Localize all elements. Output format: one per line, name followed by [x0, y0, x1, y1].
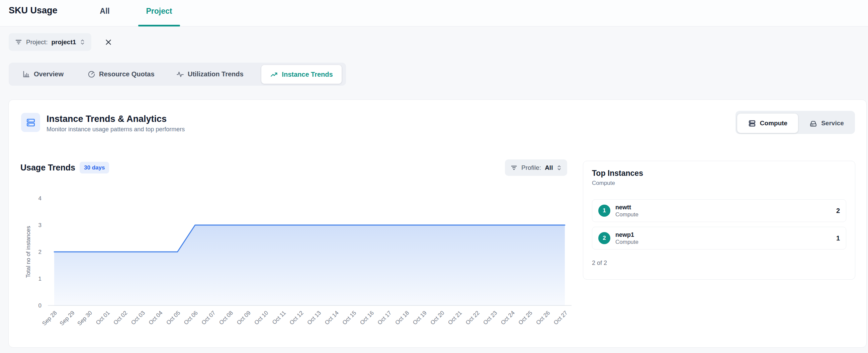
trending-up-icon — [270, 70, 278, 79]
server-stack-icon — [748, 119, 756, 127]
page-title: SKU Usage — [9, 5, 58, 16]
svg-text:Oct 04: Oct 04 — [148, 310, 164, 326]
tab-all[interactable]: All — [90, 7, 119, 16]
chevron-updown-icon — [556, 165, 562, 171]
instance-type: Compute — [615, 238, 639, 245]
rank-badge: 2 — [598, 232, 610, 244]
svg-text:1: 1 — [38, 276, 41, 282]
svg-text:Oct 25: Oct 25 — [517, 310, 534, 326]
toggle-compute-button[interactable]: Compute — [737, 114, 798, 133]
tab-overview-label: Overview — [34, 70, 64, 78]
tab-instance-trends-label: Instance Trends — [282, 71, 333, 78]
profile-filter-select[interactable]: Profile: All — [505, 159, 567, 176]
svg-text:Oct 19: Oct 19 — [411, 310, 428, 326]
toggle-compute-label: Compute — [760, 120, 787, 127]
usage-trends-title: Usage Trends — [21, 163, 75, 173]
tab-overview[interactable]: Overview — [22, 63, 64, 86]
svg-text:Oct 09: Oct 09 — [236, 310, 252, 326]
usage-trends-chart: 01234Total no of instancesSep 28Sep 29Se… — [20, 193, 576, 336]
svg-text:Total no of instances: Total no of instances — [25, 226, 31, 278]
filter-icon — [15, 38, 23, 46]
tab-utilization-trends[interactable]: Utilization Trends — [176, 63, 244, 86]
bar-chart-icon — [22, 70, 30, 78]
tab-instance-trends[interactable]: Instance Trends — [261, 65, 342, 84]
instance-type: Compute — [615, 211, 639, 218]
top-instances-subtitle: Compute — [592, 180, 846, 186]
hard-drive-icon — [809, 119, 817, 127]
tab-resource-quotas-label: Resource Quotas — [99, 70, 155, 78]
pagination-status: 2 of 2 — [592, 260, 846, 267]
card-subtitle: Monitor instance usage patterns and top … — [46, 126, 185, 133]
toggle-service-label: Service — [821, 120, 844, 127]
close-icon — [104, 38, 113, 46]
chevron-updown-icon — [80, 38, 85, 46]
project-filter-select[interactable]: Project: project1 — [9, 33, 91, 51]
toggle-service-button[interactable]: Service — [800, 114, 853, 133]
svg-text:Oct 20: Oct 20 — [429, 310, 446, 326]
svg-text:3: 3 — [38, 222, 41, 228]
instance-name: newp1 — [615, 231, 639, 238]
svg-text:Oct 06: Oct 06 — [183, 310, 199, 326]
profile-filter-value: All — [545, 164, 553, 172]
period-badge: 30 days — [80, 162, 109, 174]
rank-badge: 1 — [598, 205, 610, 217]
svg-text:Oct 21: Oct 21 — [447, 310, 463, 326]
svg-text:Oct 05: Oct 05 — [165, 310, 181, 326]
instance-count: 2 — [836, 207, 840, 215]
top-bar — [0, 0, 868, 26]
instance-row: 2 newp1 Compute 1 — [592, 227, 846, 249]
svg-text:Sep 28: Sep 28 — [41, 310, 58, 327]
server-icon — [21, 113, 40, 132]
svg-text:Sep 29: Sep 29 — [59, 310, 76, 327]
project-filter-label: Project: — [26, 38, 48, 46]
svg-text:Oct 11: Oct 11 — [271, 310, 287, 326]
svg-text:Oct 27: Oct 27 — [553, 310, 569, 326]
svg-text:Oct 22: Oct 22 — [464, 310, 481, 326]
svg-text:Oct 03: Oct 03 — [130, 310, 146, 326]
svg-text:Oct 24: Oct 24 — [500, 310, 516, 326]
svg-text:2: 2 — [38, 249, 41, 255]
gauge-icon — [87, 70, 96, 78]
svg-text:4: 4 — [38, 195, 41, 202]
tab-resource-quotas[interactable]: Resource Quotas — [87, 63, 155, 86]
tab-project-underline — [138, 25, 180, 26]
svg-text:Sep 30: Sep 30 — [76, 310, 94, 327]
svg-text:Oct 13: Oct 13 — [306, 310, 322, 326]
profile-filter-label: Profile: — [521, 164, 541, 172]
svg-text:Oct 02: Oct 02 — [112, 310, 128, 326]
svg-text:Oct 23: Oct 23 — [482, 310, 498, 326]
project-filter-value: project1 — [51, 38, 76, 46]
svg-text:Oct 01: Oct 01 — [95, 310, 111, 326]
clear-filter-button[interactable] — [103, 36, 114, 48]
area-chart-svg: 01234Total no of instancesSep 28Sep 29Se… — [20, 193, 576, 336]
instance-name: newtt — [615, 204, 639, 211]
filter-icon — [510, 164, 518, 172]
tab-project[interactable]: Project — [138, 7, 180, 16]
card-title: Instance Trends & Analytics — [46, 114, 167, 124]
svg-text:Oct 07: Oct 07 — [200, 310, 217, 326]
svg-text:Oct 15: Oct 15 — [341, 310, 358, 326]
top-instances-panel: Top Instances Compute 1 newtt Compute 2 … — [583, 161, 855, 280]
svg-text:Oct 14: Oct 14 — [323, 310, 340, 326]
svg-text:Oct 08: Oct 08 — [218, 310, 234, 326]
instance-row: 1 newtt Compute 2 — [592, 199, 846, 222]
svg-text:0: 0 — [38, 302, 41, 309]
svg-text:Oct 16: Oct 16 — [359, 310, 375, 326]
activity-icon — [176, 70, 184, 78]
svg-text:Oct 12: Oct 12 — [288, 310, 305, 326]
tab-utilization-trends-label: Utilization Trends — [188, 70, 244, 78]
top-instances-title: Top Instances — [592, 169, 846, 178]
svg-text:Oct 26: Oct 26 — [535, 310, 551, 326]
page: SKU Usage All Project Project: project1 … — [0, 0, 868, 353]
svg-text:Oct 17: Oct 17 — [376, 310, 393, 326]
instance-count: 1 — [836, 234, 840, 242]
svg-text:Oct 10: Oct 10 — [253, 310, 269, 326]
svg-text:Oct 18: Oct 18 — [394, 310, 410, 326]
